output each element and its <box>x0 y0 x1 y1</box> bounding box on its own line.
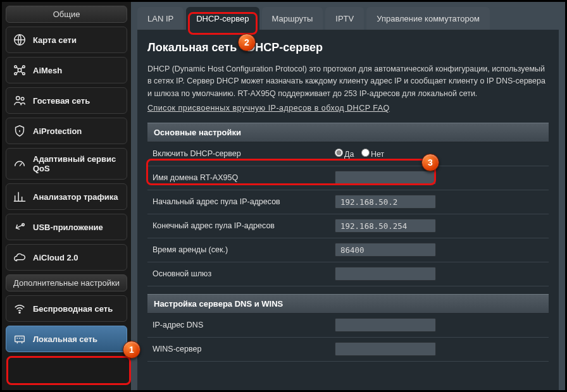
nav-label: AiCloud 2.0 <box>33 253 78 262</box>
row-gateway: Основной шлюз <box>147 262 549 286</box>
section-basic: Основные настройки <box>147 123 549 142</box>
nav-label: Беспроводная сеть <box>33 304 113 314</box>
marker-3: 3 <box>421 154 439 171</box>
label-pool-start: Начальный адрес пула IP-адресов <box>147 197 328 206</box>
input-dns[interactable] <box>335 318 436 332</box>
nav-label: Карта сети <box>33 35 77 45</box>
usb-icon <box>13 220 27 234</box>
svg-point-4 <box>15 73 17 75</box>
input-lease[interactable] <box>335 243 436 257</box>
input-pool-end[interactable] <box>335 219 436 233</box>
chart-icon <box>13 190 27 204</box>
nav-label: AiMesh <box>33 66 62 75</box>
users-icon <box>13 94 27 107</box>
row-wins: WINS-сервер <box>147 338 549 362</box>
faq-link[interactable]: Список присвоенных вручную IP-адресов в … <box>147 104 390 113</box>
sidebar-item-usb[interactable]: USB-приложение <box>6 214 127 240</box>
sidebar-section-advanced: Дополнительные настройки <box>6 274 127 291</box>
sidebar-item-wireless[interactable]: Беспроводная сеть <box>6 295 127 322</box>
nav-label: USB-приложение <box>33 223 103 232</box>
sidebar-item-network-map[interactable]: Карта сети <box>6 27 127 53</box>
input-domain[interactable] <box>335 171 436 185</box>
radio-no-label: Нет <box>371 150 384 159</box>
sidebar-item-aiprotection[interactable]: AiProtection <box>6 118 127 144</box>
main-panel: LAN IP DHCP-сервер Маршруты IPTV Управле… <box>131 2 565 390</box>
sidebar: Общие Карта сети AiMesh Гостевая сеть Ai… <box>2 2 131 390</box>
content: Локальная сеть - DHCP-сервер DHCP (Dynam… <box>137 30 559 390</box>
label-gateway: Основной шлюз <box>147 269 328 278</box>
sidebar-item-aicloud[interactable]: AiCloud 2.0 <box>6 244 127 271</box>
radio-no-wrap[interactable]: Нет <box>361 149 384 159</box>
tab-iptv[interactable]: IPTV <box>325 7 364 30</box>
row-enable-dhcp: Включить DHCP-сервер Да Нет <box>147 142 549 166</box>
sidebar-item-lan[interactable]: Локальная сеть <box>6 326 127 352</box>
radio-no[interactable] <box>361 149 370 157</box>
radio-yes-wrap[interactable]: Да <box>335 149 354 159</box>
sidebar-item-traffic[interactable]: Анализатор трафика <box>6 183 127 210</box>
gauge-icon <box>13 157 27 171</box>
cloud-icon <box>13 250 27 264</box>
svg-point-5 <box>23 73 25 75</box>
globe-icon <box>13 33 27 47</box>
sidebar-item-qos[interactable]: Адаптивный сервис QoS <box>6 148 127 180</box>
page-title: Локальная сеть - DHCP-сервер <box>147 41 549 54</box>
svg-point-3 <box>23 66 25 68</box>
mesh-icon <box>13 63 27 77</box>
row-pool-start: Начальный адрес пула IP-адресов <box>147 190 549 214</box>
radio-yes[interactable] <box>335 149 343 157</box>
label-domain: Имя домена RT-AX95Q <box>147 173 328 182</box>
svg-point-9 <box>19 312 20 314</box>
marker-2: 2 <box>238 34 256 51</box>
svg-point-8 <box>22 224 25 226</box>
section-dns: Настройка сервера DNS и WINS <box>147 294 549 314</box>
row-lease: Время аренды (сек.) <box>147 238 549 262</box>
row-domain: Имя домена RT-AX95Q <box>147 166 549 190</box>
input-wins[interactable] <box>335 342 436 356</box>
tabs: LAN IP DHCP-сервер Маршруты IPTV Управле… <box>131 2 565 30</box>
svg-point-6 <box>16 97 20 101</box>
sidebar-item-aimesh[interactable]: AiMesh <box>6 57 127 83</box>
nav-label: AiProtection <box>33 126 82 136</box>
wifi-icon <box>13 302 27 315</box>
lan-icon <box>13 332 27 346</box>
input-gateway[interactable] <box>335 267 436 281</box>
radio-yes-label: Да <box>344 150 354 159</box>
label-dns: IP-адрес DNS <box>147 321 328 329</box>
nav-label: Гостевая сеть <box>33 96 90 106</box>
svg-point-7 <box>21 97 24 101</box>
label-enable-dhcp: Включить DHCP-сервер <box>147 149 328 158</box>
sidebar-section-general: Общие <box>6 6 127 23</box>
sidebar-item-guest[interactable]: Гостевая сеть <box>6 87 127 114</box>
row-pool-end: Конечный адрес пула IP-адресов <box>147 214 549 238</box>
row-dns: IP-адрес DNS <box>147 314 549 338</box>
label-lease: Время аренды (сек.) <box>147 245 328 254</box>
input-pool-start[interactable] <box>335 195 436 209</box>
tab-lan-ip[interactable]: LAN IP <box>137 7 184 30</box>
tab-routes[interactable]: Маршруты <box>262 7 323 30</box>
label-pool-end: Конечный адрес пула IP-адресов <box>147 221 328 230</box>
svg-point-2 <box>15 66 17 68</box>
tab-switch[interactable]: Управление коммутатором <box>366 7 490 30</box>
shield-icon <box>13 124 27 138</box>
nav-label: Адаптивный сервис QoS <box>33 154 120 173</box>
svg-rect-10 <box>15 336 25 341</box>
nav-label: Локальная сеть <box>33 334 97 344</box>
tab-dhcp[interactable]: DHCP-сервер <box>186 7 259 30</box>
label-wins: WINS-сервер <box>147 345 328 353</box>
nav-label: Анализатор трафика <box>33 192 118 202</box>
page-description: DHCP (Dynamic Host Configuration Protoco… <box>147 63 549 100</box>
marker-1: 1 <box>123 341 140 358</box>
